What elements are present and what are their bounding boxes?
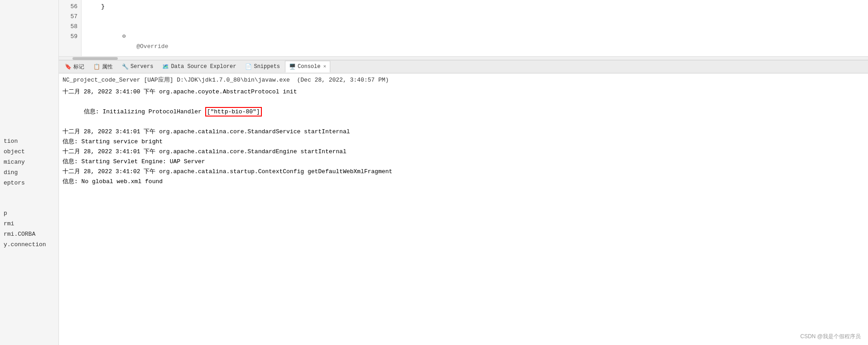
sidebar-item-ding[interactable]: ding [2,168,58,177]
sidebar-item-y-connection[interactable]: y.connection [2,240,58,249]
horizontal-scrollbar[interactable] [59,56,868,60]
console-line-5: 十二月 28, 2022 3:41:01 下午 org.apache.catal… [63,147,864,157]
tab-console-close[interactable]: × [323,64,326,69]
tab-mark[interactable]: 🔖 标记 [61,61,88,73]
tab-datasource-label: Data Source Explorer [171,63,236,70]
console-icon: 🖥️ [289,63,296,70]
sidebar-item-micany[interactable]: micany [2,158,58,166]
tab-property-label: 属性 [102,63,113,71]
mark-icon: 🔖 [65,63,72,70]
console-line-8: 信息: No global web.xml found [63,177,864,187]
highlight-http-bio: ["http-bio-80"] [205,107,262,117]
sidebar-item-object[interactable]: object [2,147,58,156]
line-numbers: 56 57 58 59 [59,0,82,56]
annotation-override: @Override [136,43,168,50]
sidebar-item-tion[interactable]: tion [2,137,58,146]
sidebar-item-rmi[interactable]: rmi [2,219,58,228]
code-line-56: } [87,2,863,12]
sidebar-item-eptors[interactable]: eptors [2,179,58,187]
servers-icon: 🔧 [122,63,129,70]
tab-servers-label: Servers [130,63,153,70]
snippets-icon: 📄 [245,63,252,70]
tab-bar: 🔖 标记 📋 属性 🔧 Servers 🗺️ Data Source Explo… [59,60,868,73]
datasource-icon: 🗺️ [162,63,169,70]
main-content: 56 57 58 59 } ⊖ @Override ▲ public void [59,0,868,345]
sidebar: tion object micany ding eptors p rmi rmi… [0,0,59,345]
console-line-3: 十二月 28, 2022 3:41:01 下午 org.apache.catal… [63,127,864,137]
code-line-58: ⊖ @Override [87,22,863,56]
tab-snippets[interactable]: 📄 Snippets [241,61,284,73]
sidebar-item-p[interactable]: p [2,209,58,218]
tab-console[interactable]: 🖥️ Console × [285,61,330,73]
console-line-2-prefix: 信息: Initializing ProtocolHandler [84,108,205,115]
console-line-2: 信息: Initializing ProtocolHandler ["http-… [63,97,864,127]
minus-circle-icon: ⊖ [122,33,126,40]
console-line-6: 信息: Starting Servlet Engine: UAP Server [63,157,864,167]
sidebar-item-rmi-corba[interactable]: rmi.CORBA [2,230,58,238]
tab-datasource[interactable]: 🗺️ Data Source Explorer [158,61,240,73]
tab-servers[interactable]: 🔧 Servers [118,61,157,73]
watermark: CSDN @我是个假程序员 [800,333,861,340]
property-icon: 📋 [93,63,100,70]
scrollbar-thumb[interactable] [72,57,118,60]
tab-console-label: Console [298,63,320,70]
console-line-1: 十二月 28, 2022 3:41:00 下午 org.apache.coyot… [63,87,864,97]
console-line-7: 十二月 28, 2022 3:41:02 下午 org.apache.catal… [63,167,864,177]
code-editor: 56 57 58 59 } ⊖ @Override ▲ public void [59,0,868,60]
tab-snippets-label: Snippets [254,63,280,70]
code-line-57 [87,12,863,22]
console-area: NC_project_code_Server [UAP应用] D:\JDK\jd… [59,73,868,345]
tab-mark-label: 标记 [73,63,84,71]
tab-property[interactable]: 📋 属性 [89,61,117,73]
console-line-4: 信息: Starting service bright [63,137,864,147]
console-header: NC_project_code_Server [UAP应用] D:\JDK\jd… [63,75,864,85]
code-lines: } ⊖ @Override ▲ public void doAction(Act… [82,0,868,56]
